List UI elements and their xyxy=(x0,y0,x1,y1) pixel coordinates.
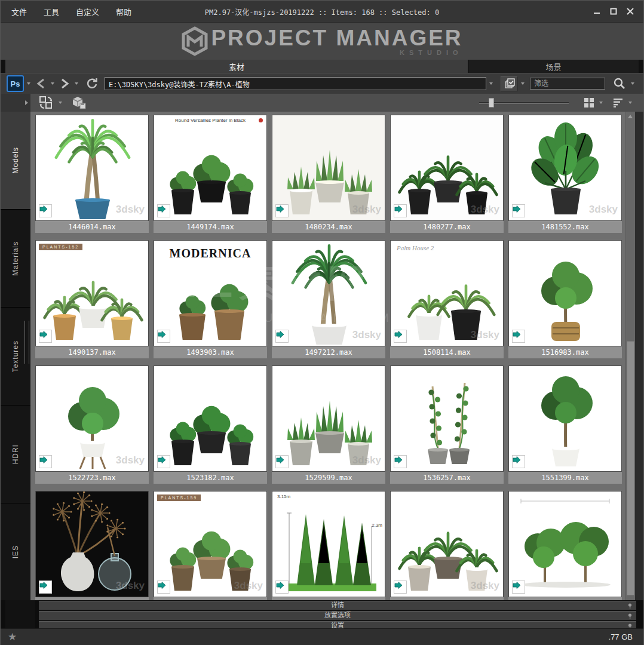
asset-card[interactable]: 3dsky PLANTS-159 xyxy=(154,491,267,600)
scrollbar-thumb[interactable] xyxy=(627,341,634,595)
grid-view-icon[interactable] xyxy=(584,97,594,108)
search-icon[interactable] xyxy=(613,77,626,90)
panel-details[interactable]: 详情 xyxy=(39,601,636,610)
plant-render xyxy=(391,366,503,471)
scrollbar-up-arrow-icon[interactable] xyxy=(628,115,633,118)
asset-card[interactable]: 3dsky xyxy=(35,491,149,600)
filter-presets-caret-icon[interactable] xyxy=(521,82,525,85)
asset-filename: 1481552.max xyxy=(508,221,622,233)
asset-card[interactable]: 3dsky 1481552.max xyxy=(508,115,622,233)
favorite-star-icon[interactable]: ★ xyxy=(1,631,17,643)
panel-placement-options[interactable]: 放置选项 xyxy=(39,611,636,621)
asset-card[interactable]: 3dsky 1480277.max xyxy=(390,115,504,233)
sidebar-item-materials[interactable]: Materials xyxy=(1,210,30,308)
pin-icon xyxy=(627,613,633,619)
asset-card[interactable]: 1551399.max xyxy=(508,366,622,484)
sidebar-item-hdri[interactable]: HDRI xyxy=(1,406,30,503)
asset-thumbnail: 3dsky xyxy=(35,115,149,221)
plant-render xyxy=(36,115,148,220)
asset-card[interactable]: 3.15m2.3m xyxy=(272,491,385,600)
asset-card[interactable]: 3dsky 1522723.max xyxy=(35,366,149,484)
path-dropdown-caret-icon[interactable] xyxy=(489,82,493,85)
menu-file[interactable]: 文件 xyxy=(11,6,27,17)
asset-card[interactable]: 1536257.max xyxy=(390,366,504,484)
asset-card[interactable]: 3dsky xyxy=(390,491,504,600)
menu-customize[interactable]: 自定义 xyxy=(76,6,99,17)
max-file-badge-icon xyxy=(157,204,170,217)
max-file-badge-icon xyxy=(512,204,525,217)
asset-thumbnail xyxy=(390,366,504,472)
asset-card[interactable]: PLANTS-152 1490137.max xyxy=(35,240,149,358)
asset-card[interactable]: 3dsky 1446014.max xyxy=(35,115,149,233)
slider-handle[interactable] xyxy=(489,98,494,108)
relink-caret-icon[interactable] xyxy=(59,102,62,104)
asset-card[interactable]: 3dsky 1529599.max xyxy=(272,366,385,484)
photoshop-dropdown-caret-icon[interactable] xyxy=(27,82,30,85)
view-mode-caret-icon[interactable] xyxy=(599,102,603,104)
asset-card[interactable]: 3dsky 1480234.max xyxy=(272,115,385,233)
sidebar-bottom-block xyxy=(5,600,35,628)
asset-thumbnail: 3.15m2.3m xyxy=(272,491,385,597)
asset-card[interactable]: 1523182.max xyxy=(154,366,267,484)
asset-card[interactable]: 1516983.max xyxy=(508,240,622,358)
asset-thumbnail: 3dsky xyxy=(272,366,385,472)
maximize-button[interactable] xyxy=(609,7,618,16)
minimize-button[interactable] xyxy=(592,7,602,16)
sidebar-item-models[interactable]: Models xyxy=(1,112,30,210)
tab-assets[interactable]: 素材 xyxy=(5,60,468,73)
filter-presets-icon[interactable] xyxy=(501,76,518,91)
max-file-badge-icon xyxy=(275,330,289,343)
filter-input[interactable] xyxy=(530,78,605,90)
search-options-caret-icon[interactable] xyxy=(631,82,634,85)
menu-tools[interactable]: 工具 xyxy=(44,6,59,17)
sidebar-item-ies[interactable]: IES xyxy=(1,503,30,601)
pin-icon xyxy=(627,603,633,609)
menu-help[interactable]: 帮助 xyxy=(116,6,131,17)
asset-card[interactable]: 3dsky 1497212.max xyxy=(272,240,385,358)
category-sidebar: Models Materials Textures HDRI IES xyxy=(1,112,31,600)
sidebar-toolbar-corner xyxy=(1,94,30,112)
asset-card[interactable]: MODERNICA 1493903.max xyxy=(154,240,267,358)
close-button[interactable] xyxy=(625,7,635,16)
brand-banner: PROJECT MANAGER KSTUDIO xyxy=(1,23,643,60)
forward-history-caret-icon[interactable] xyxy=(75,82,78,85)
folder-path-input[interactable] xyxy=(105,77,486,90)
plant-render xyxy=(36,492,148,597)
max-file-badge-icon xyxy=(157,455,170,468)
photoshop-button[interactable]: Ps xyxy=(7,75,24,92)
asset-card[interactable]: Round Versailles Planter in Black 144917… xyxy=(154,115,267,233)
asset-thumbnail: 3dsky xyxy=(390,491,504,597)
asset-card[interactable]: 3dsky Palm House 2 1508114.max xyxy=(390,240,504,358)
asset-filename: 1490137.max xyxy=(35,346,149,358)
max-file-badge-icon xyxy=(39,330,52,343)
forward-icon[interactable] xyxy=(59,78,70,90)
sort-icon[interactable] xyxy=(613,98,624,108)
plant-render xyxy=(36,241,148,346)
plant-render xyxy=(154,492,266,597)
max-file-badge-icon xyxy=(275,204,289,217)
vertical-scrollbar[interactable] xyxy=(625,112,635,600)
plant-render xyxy=(154,115,266,220)
thumbnail-size-slider[interactable] xyxy=(479,98,569,108)
sidebar-splitter-grip[interactable] xyxy=(24,321,29,364)
back-icon[interactable] xyxy=(35,78,46,90)
plant-render xyxy=(272,366,385,471)
refresh-icon[interactable] xyxy=(86,78,98,90)
red-dot-marker xyxy=(259,118,263,122)
asset-thumbnail: MODERNICA xyxy=(154,240,267,346)
asset-filename: 1516983.max xyxy=(508,346,622,358)
plant-render xyxy=(154,366,266,471)
asset-filename: 1551399.max xyxy=(508,472,622,484)
expand-panel-icon[interactable] xyxy=(25,100,28,105)
back-history-caret-icon[interactable] xyxy=(51,82,54,85)
max-file-badge-icon xyxy=(394,455,407,468)
asset-thumbnail: 3dsky xyxy=(35,491,149,597)
asset-thumbnail: 3dsky xyxy=(272,115,385,221)
export-model-icon[interactable] xyxy=(71,96,87,110)
tab-scenes[interactable]: 场景 xyxy=(468,60,639,73)
sort-options-caret-icon[interactable] xyxy=(628,102,632,104)
asset-filename: 1493903.max xyxy=(154,346,267,358)
asset-thumbnail xyxy=(154,366,267,472)
relink-assets-icon[interactable] xyxy=(38,96,54,110)
asset-card[interactable] xyxy=(508,491,622,600)
